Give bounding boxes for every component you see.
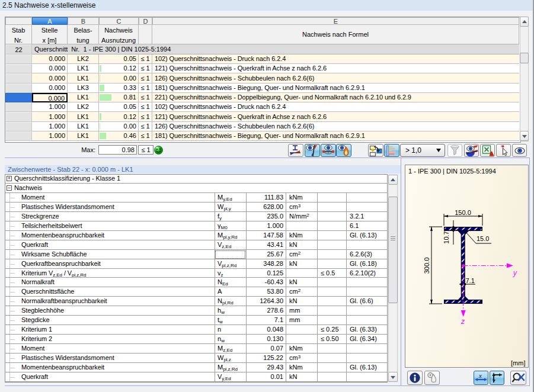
svg-text:7.1: 7.1 [466, 277, 475, 284]
svg-text:y: y [513, 269, 517, 277]
svg-text:150.0: 150.0 [455, 209, 471, 216]
svg-text:15.0: 15.0 [477, 235, 489, 242]
svg-text:300.0: 300.0 [423, 258, 430, 274]
svg-text:z: z [461, 317, 465, 326]
svg-text:x: x [478, 372, 482, 379]
svg-text:10.7: 10.7 [443, 231, 450, 243]
